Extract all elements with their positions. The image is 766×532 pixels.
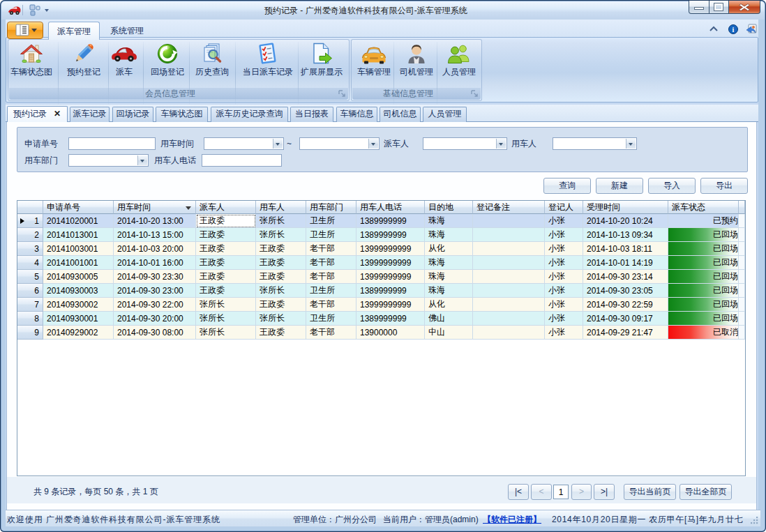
svg-text:i: i (733, 26, 735, 33)
